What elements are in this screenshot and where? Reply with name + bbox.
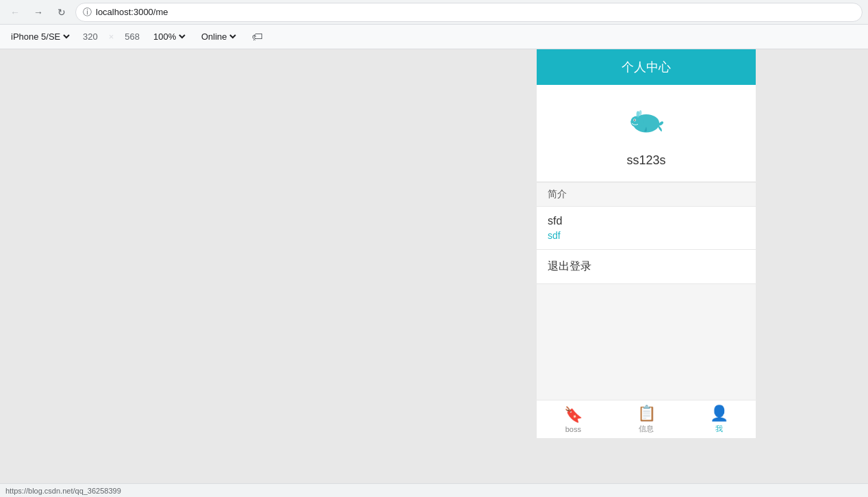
nav-item-info[interactable]: 📋 信息 xyxy=(610,400,683,438)
me-nav-label: 我 xyxy=(715,424,723,434)
bottom-nav: 🔖 boss 📋 信息 👤 我 xyxy=(537,400,756,438)
bio-section: 简介 sfd sdf xyxy=(537,182,756,249)
back-button[interactable]: ← xyxy=(5,3,25,22)
content-area: 个人中心 xyxy=(0,49,868,497)
bio-content: sfd sdf xyxy=(537,207,756,249)
refresh-icon: ↻ xyxy=(58,7,66,18)
height-value: 568 xyxy=(125,31,140,42)
header-title: 个人中心 xyxy=(622,60,671,74)
bio-subtitle: sdf xyxy=(548,230,745,241)
info-icon: ⓘ xyxy=(83,6,92,18)
device-selector[interactable]: iPhone 5/SE xyxy=(8,31,72,42)
avatar xyxy=(622,99,670,146)
network-selector[interactable]: Online xyxy=(199,31,238,42)
forward-button[interactable]: → xyxy=(29,3,48,22)
logout-label: 退出登录 xyxy=(548,260,591,272)
mobile-frame: 个人中心 xyxy=(537,49,756,438)
svg-point-3 xyxy=(634,120,635,121)
svg-point-1 xyxy=(630,116,643,127)
bio-header-label: 简介 xyxy=(548,188,567,199)
browser-toolbar: ← → ↻ ⓘ xyxy=(0,0,868,25)
forward-icon: → xyxy=(34,7,43,18)
zoom-selector[interactable]: 100% xyxy=(151,31,188,42)
profile-section: ss123s xyxy=(537,85,756,182)
address-bar[interactable] xyxy=(96,7,855,17)
whale-icon xyxy=(626,102,667,143)
username: ss123s xyxy=(626,153,665,168)
status-bar: https://blog.csdn.net/qq_36258399 xyxy=(0,483,868,497)
tag-icon: 🏷 xyxy=(252,31,263,43)
info-nav-icon: 📋 xyxy=(637,405,656,422)
boss-nav-label: boss xyxy=(565,425,581,433)
empty-content-area xyxy=(537,284,756,400)
refresh-button[interactable]: ↻ xyxy=(52,3,71,22)
status-url: https://blog.csdn.net/qq_36258399 xyxy=(5,487,121,495)
info-nav-label: 信息 xyxy=(639,424,654,434)
width-value: 320 xyxy=(83,31,98,42)
dimension-separator: × xyxy=(109,31,114,42)
tag-button[interactable]: 🏷 xyxy=(249,29,266,45)
nav-item-boss[interactable]: 🔖 boss xyxy=(537,400,610,438)
logout-section[interactable]: 退出登录 xyxy=(537,249,756,284)
device-toolbar: iPhone 5/SE 320 × 568 100% Online 🏷 xyxy=(0,25,868,49)
boss-nav-icon: 🔖 xyxy=(564,406,583,424)
app-header: 个人中心 xyxy=(537,49,756,85)
me-nav-icon: 👤 xyxy=(710,405,728,422)
nav-item-me[interactable]: 👤 我 xyxy=(682,400,756,438)
svg-point-4 xyxy=(637,111,640,118)
browser-chrome: ← → ↻ ⓘ iPhone 5/SE 320 × 568 100% Onlin… xyxy=(0,0,868,49)
back-icon: ← xyxy=(10,7,20,18)
address-bar-wrapper: ⓘ xyxy=(75,3,863,22)
svg-point-5 xyxy=(639,110,642,115)
bio-header: 简介 xyxy=(537,182,756,207)
bio-name: sfd xyxy=(548,215,745,227)
